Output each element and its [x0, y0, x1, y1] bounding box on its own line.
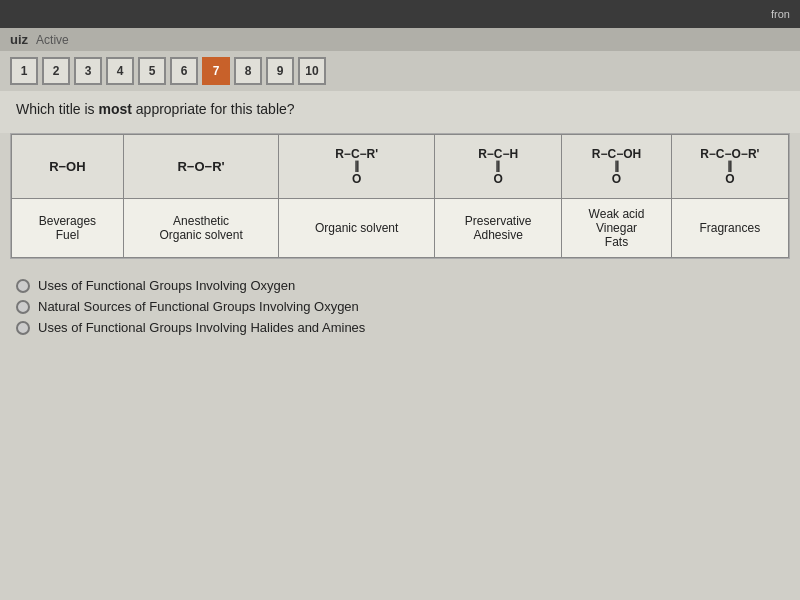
cell-aldehyde-uses: PreservativeAdhesive	[434, 199, 562, 258]
question-text: Which title is most appropriate for this…	[16, 101, 784, 117]
nav-btn-5[interactable]: 5	[138, 57, 166, 85]
header-alcohol: R−OH	[12, 135, 124, 199]
question-bold: most	[98, 101, 131, 117]
header-aldehyde: R−C−H ‖ O	[434, 135, 562, 199]
cell-ketone-uses: Organic solvent	[279, 199, 435, 258]
formula-ester-o: O	[725, 172, 734, 186]
nav-btn-4[interactable]: 4	[106, 57, 134, 85]
functional-groups-table: R−OH R−O−R' R−C−R' ‖ O R−C−H ‖ O	[11, 134, 789, 258]
cell-alcohol-uses: BeveragesFuel	[12, 199, 124, 258]
header-carboxylic: R−C−OH ‖ O	[562, 135, 671, 199]
table-data-row: BeveragesFuel AnestheticOrganic solvent …	[12, 199, 789, 258]
cell-ester-uses: Fragrances	[671, 199, 788, 258]
option-text-1: Uses of Functional Groups Involving Oxyg…	[38, 278, 295, 293]
question-suffix: appropriate for this table?	[132, 101, 295, 117]
quiz-title: uiz	[10, 32, 28, 47]
formula-ror: R−O−R'	[177, 159, 224, 175]
cell-ether-uses: AnestheticOrganic solvent	[123, 199, 279, 258]
nav-btn-7[interactable]: 7	[202, 57, 230, 85]
cell-carboxylic-uses: Weak acidVinegarFats	[562, 199, 671, 258]
answer-options: Uses of Functional Groups Involving Oxyg…	[0, 267, 800, 346]
formula-ester: R−C−O−R' ‖ O	[700, 147, 759, 186]
nav-btn-2[interactable]: 2	[42, 57, 70, 85]
header-ester: R−C−O−R' ‖ O	[671, 135, 788, 199]
question-navigation: 1 2 3 4 5 6 7 8 9 10	[0, 51, 800, 91]
formula-aldehyde: R−C−H ‖ O	[478, 147, 518, 186]
option-text-2: Natural Sources of Functional Groups Inv…	[38, 299, 359, 314]
formula-roh: R−OH	[49, 159, 85, 175]
top-bar: fron	[0, 0, 800, 28]
answer-option-2[interactable]: Natural Sources of Functional Groups Inv…	[16, 296, 784, 317]
nav-btn-1[interactable]: 1	[10, 57, 38, 85]
chemical-table: R−OH R−O−R' R−C−R' ‖ O R−C−H ‖ O	[10, 133, 790, 259]
table-header-row: R−OH R−O−R' R−C−R' ‖ O R−C−H ‖ O	[12, 135, 789, 199]
formula-aldehyde-bond: ‖	[495, 159, 501, 172]
question-prefix: Which title is	[16, 101, 98, 117]
radio-3[interactable]	[16, 321, 30, 335]
header-ketone: R−C−R' ‖ O	[279, 135, 435, 199]
nav-btn-6[interactable]: 6	[170, 57, 198, 85]
quiz-header: uiz Active	[0, 28, 800, 51]
nav-btn-9[interactable]: 9	[266, 57, 294, 85]
nav-btn-3[interactable]: 3	[74, 57, 102, 85]
option-text-3: Uses of Functional Groups Involving Hali…	[38, 320, 365, 335]
formula-carboxylic: R−C−OH ‖ O	[592, 147, 641, 186]
formula-carboxylic-bond: ‖	[614, 159, 620, 172]
answer-option-1[interactable]: Uses of Functional Groups Involving Oxyg…	[16, 275, 784, 296]
formula-ketone: R−C−R' ‖ O	[335, 147, 378, 186]
header-ether: R−O−R'	[123, 135, 279, 199]
top-bar-label: fron	[771, 8, 790, 20]
formula-ketone-o: O	[352, 172, 361, 186]
radio-1[interactable]	[16, 279, 30, 293]
nav-btn-8[interactable]: 8	[234, 57, 262, 85]
formula-aldehyde-o: O	[494, 172, 503, 186]
formula-ketone-bond: ‖	[354, 159, 360, 172]
question-area: Which title is most appropriate for this…	[0, 91, 800, 133]
answer-option-3[interactable]: Uses of Functional Groups Involving Hali…	[16, 317, 784, 338]
quiz-status: Active	[36, 33, 69, 47]
formula-ester-bond: ‖	[727, 159, 733, 172]
formula-carboxylic-o: O	[612, 172, 621, 186]
nav-btn-10[interactable]: 10	[298, 57, 326, 85]
radio-2[interactable]	[16, 300, 30, 314]
